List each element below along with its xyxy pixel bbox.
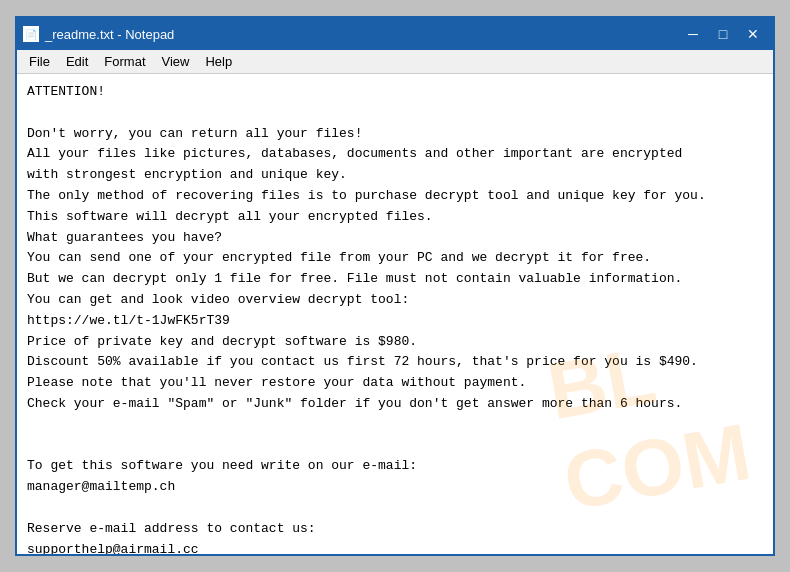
- menu-bar: File Edit Format View Help: [17, 50, 773, 74]
- menu-file[interactable]: File: [21, 52, 58, 71]
- notepad-window: 📄 _readme.txt - Notepad ─ □ ✕ File Edit …: [15, 16, 775, 556]
- app-icon: 📄: [23, 26, 39, 42]
- menu-view[interactable]: View: [154, 52, 198, 71]
- minimize-button[interactable]: ─: [679, 24, 707, 44]
- text-content-area[interactable]: ATTENTION! Don't worry, you can return a…: [17, 74, 773, 554]
- menu-format[interactable]: Format: [96, 52, 153, 71]
- title-bar-left: 📄 _readme.txt - Notepad: [23, 26, 174, 42]
- menu-help[interactable]: Help: [197, 52, 240, 71]
- menu-edit[interactable]: Edit: [58, 52, 96, 71]
- notepad-text: ATTENTION! Don't worry, you can return a…: [27, 82, 763, 554]
- window-controls: ─ □ ✕: [679, 24, 767, 44]
- window-title: _readme.txt - Notepad: [45, 27, 174, 42]
- maximize-button[interactable]: □: [709, 24, 737, 44]
- close-button[interactable]: ✕: [739, 24, 767, 44]
- title-bar: 📄 _readme.txt - Notepad ─ □ ✕: [17, 18, 773, 50]
